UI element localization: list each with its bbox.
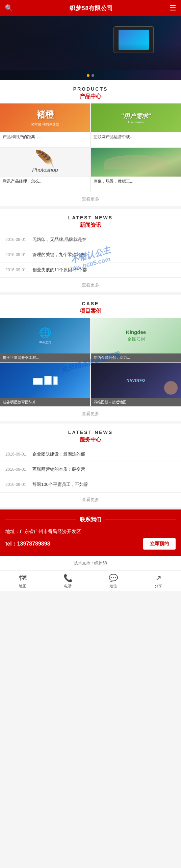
tech-support-text: 技术支持：织梦58 bbox=[74, 561, 107, 565]
service-list: 2016-09-01 企业团队建设：最困难的部 2016-09-01 互联网营销… bbox=[0, 447, 181, 492]
hero-city bbox=[0, 43, 181, 70]
service-date-2: 2016-09-01 bbox=[5, 482, 32, 487]
product-card-orange[interactable]: 褚橙 褚时健·种的冰糖橙 产品和用户的距离，... bbox=[0, 103, 90, 147]
nav-label-sms: 短信 bbox=[109, 584, 117, 589]
nav-item-phone[interactable]: 📞 电话 bbox=[45, 570, 90, 591]
cases-title-en: CASE bbox=[0, 301, 181, 306]
case-card-1-label: 签约金蝶云创，助力... bbox=[91, 353, 181, 362]
news-item-2[interactable]: 2016-09-01 创业失败的11个原因,个个都 bbox=[0, 262, 181, 278]
news-title-en: LATEST NEWS bbox=[0, 215, 181, 220]
nav-item-share[interactable]: ↗ 分享 bbox=[136, 570, 181, 591]
cta-button[interactable]: 立即预约 bbox=[143, 538, 176, 550]
green-sub: User needs bbox=[121, 121, 151, 124]
hero-dot-2[interactable] bbox=[92, 74, 94, 77]
service-section: LATEST NEWS 服务中心 2016-09-01 企业团队建设：最困难的部… bbox=[0, 424, 181, 507]
nav-item-map[interactable]: 🗺 地图 bbox=[0, 570, 45, 591]
app-header: 🔍 织梦58有限公司 ☰ bbox=[0, 0, 181, 16]
service-item-0[interactable]: 2016-09-01 企业团队建设：最困难的部 bbox=[0, 447, 181, 462]
monitor-icon bbox=[33, 378, 43, 385]
news-item-1[interactable]: 2016-09-01 管理的关键，九个零你能做 bbox=[0, 247, 181, 262]
product-card-nature-img bbox=[91, 148, 181, 177]
nav-label-share: 分享 bbox=[155, 584, 162, 589]
service-item-1[interactable]: 2016-09-01 互联网营销的本质：裂变营 bbox=[0, 462, 181, 477]
news-title-cn: 新闻资讯 bbox=[0, 222, 181, 229]
contact-title: 联系我们 bbox=[80, 516, 101, 523]
case-card-1[interactable]: Kingdee 金蝶云创 签约金蝶云创，助力... bbox=[91, 318, 181, 362]
product-card-1-caption: 互联网产品运营中获... bbox=[91, 132, 181, 141]
case-card-3-img: NAVINFO bbox=[91, 363, 181, 398]
news-date-2: 2016-09-01 bbox=[5, 268, 32, 272]
photoshop-label: Photoshop bbox=[32, 167, 58, 173]
contact-address: 地址：广东省广州市番禺经济开发区 bbox=[5, 529, 176, 535]
cases-view-more-text: 查看更多 bbox=[82, 411, 99, 416]
service-item-2[interactable]: 2016-09-01 辞退100个平庸员工，不如辞 bbox=[0, 477, 181, 492]
product-card-3-caption: 画像，场景，数据三... bbox=[91, 177, 181, 186]
product-card-nature[interactable]: 画像，场景，数据三... bbox=[91, 148, 181, 192]
nav-label-phone: 电话 bbox=[64, 584, 72, 589]
product-card-green[interactable]: "用户需求" User needs 互联网产品运营中获... bbox=[91, 103, 181, 147]
case-card-2[interactable]: 硅谷明星教育团队米... bbox=[0, 363, 90, 406]
product-card-green-img: "用户需求" User needs bbox=[91, 103, 181, 132]
news-title-0: 无烙印，无品牌,品牌就是在 bbox=[32, 237, 176, 243]
nav-label-map: 地图 bbox=[19, 584, 26, 589]
kingdee-logo-text: Kingdee bbox=[126, 329, 146, 335]
phone-icon bbox=[53, 376, 58, 385]
case-card-1-img: Kingdee 金蝶云创 bbox=[91, 318, 181, 353]
tel-label: tel： bbox=[5, 541, 17, 547]
service-title-en: LATEST NEWS bbox=[0, 430, 181, 435]
case-card-0-label: 携手正量网开创工程... bbox=[0, 353, 90, 362]
service-title-2: 辞退100个平庸员工，不如辞 bbox=[32, 482, 176, 488]
products-view-more-text: 查看更多 bbox=[82, 196, 99, 202]
orange-subtitle: 褚时健·种的冰糖橙 bbox=[31, 122, 59, 127]
news-list: 2016-09-01 无烙印，无品牌,品牌就是在 2016-09-01 管理的关… bbox=[0, 232, 181, 278]
cases-view-more[interactable]: 查看更多 bbox=[0, 406, 181, 421]
green-quote: "用户需求" bbox=[121, 112, 151, 120]
case-card-3[interactable]: NAVINFO 四维图新 - 趋近地图 bbox=[91, 363, 181, 406]
service-date-0: 2016-09-01 bbox=[5, 452, 32, 457]
products-view-more[interactable]: 查看更多 bbox=[0, 192, 181, 206]
hero-banner bbox=[0, 16, 181, 80]
contact-divider: 联系我们 bbox=[5, 516, 176, 523]
case-card-0[interactable]: 🌐 开创工程 携手正量网开创工程... bbox=[0, 318, 90, 362]
news-view-more[interactable]: 查看更多 bbox=[0, 278, 181, 292]
cases-grid: 🌐 开创工程 携手正量网开创工程... Kingdee 金蝶云创 签约金蝶云创，… bbox=[0, 318, 181, 406]
divider-left bbox=[5, 520, 76, 520]
products-grid: 褚橙 褚时健·种的冰糖橙 产品和用户的距离，... "用户需求" User ne… bbox=[0, 103, 181, 192]
product-card-2-caption: 腾讯产品经理：怎么... bbox=[0, 177, 90, 186]
search-icon[interactable]: 🔍 bbox=[5, 4, 13, 12]
tel-number: 13978789898 bbox=[17, 541, 50, 547]
news-item-0[interactable]: 2016-09-01 无烙印，无品牌,品牌就是在 bbox=[0, 232, 181, 247]
nav-item-sms[interactable]: 💬 短信 bbox=[90, 570, 136, 591]
service-view-more-text: 查看更多 bbox=[82, 497, 99, 502]
news-title-1: 管理的关键，九个零你能做 bbox=[32, 252, 176, 258]
service-view-more[interactable]: 查看更多 bbox=[0, 492, 181, 507]
share-icon: ↗ bbox=[155, 574, 161, 583]
bottom-nav: 🗺 地图 📞 电话 💬 短信 ↗ 分享 bbox=[0, 570, 181, 591]
product-card-orange-img: 褚橙 褚时健·种的冰糖橙 bbox=[0, 103, 90, 132]
news-date-1: 2016-09-01 bbox=[5, 252, 32, 257]
service-title-cn: 服务中心 bbox=[0, 436, 181, 443]
orange-title: 褚橙 bbox=[31, 109, 59, 121]
cases-section-header: CASE 项目案例 bbox=[0, 295, 181, 318]
news-section-header: LATEST NEWS 新闻资讯 bbox=[0, 209, 181, 232]
hero-dot-1[interactable] bbox=[87, 74, 89, 77]
contact-section: 联系我们 地址：广东省广州市番禺经济开发区 tel：13978789898 立即… bbox=[0, 509, 181, 556]
service-date-1: 2016-09-01 bbox=[5, 467, 32, 472]
sgu-devices bbox=[33, 376, 58, 385]
product-card-0-caption: 产品和用户的距离，... bbox=[0, 132, 90, 141]
hero-dots bbox=[87, 74, 94, 77]
service-title-0: 企业团队建设：最困难的部 bbox=[32, 451, 176, 457]
news-title-2: 创业失败的11个原因,个个都 bbox=[32, 267, 176, 273]
news-view-more-text: 查看更多 bbox=[82, 282, 99, 287]
menu-icon[interactable]: ☰ bbox=[170, 4, 176, 12]
products-title-en: PRODUCTS bbox=[0, 86, 181, 92]
cases-section: CASE 项目案例 免费精品资源请下载 🌐 开创工程 携手正量网开创工程... bbox=[0, 295, 181, 421]
hand-touch-icon bbox=[164, 381, 178, 395]
map-icon: 🗺 bbox=[19, 574, 26, 583]
case-card-2-img bbox=[0, 363, 90, 398]
product-card-photoshop[interactable]: 🪶 Photoshop 腾讯产品经理：怎么... bbox=[0, 148, 90, 192]
products-title-cn: 产品中心 bbox=[0, 93, 181, 100]
contact-phone-row: tel：13978789898 立即预约 bbox=[5, 538, 176, 550]
tech-support: 技术支持：织梦58 bbox=[0, 556, 181, 570]
web-project-icon: 🌐 bbox=[39, 327, 51, 339]
